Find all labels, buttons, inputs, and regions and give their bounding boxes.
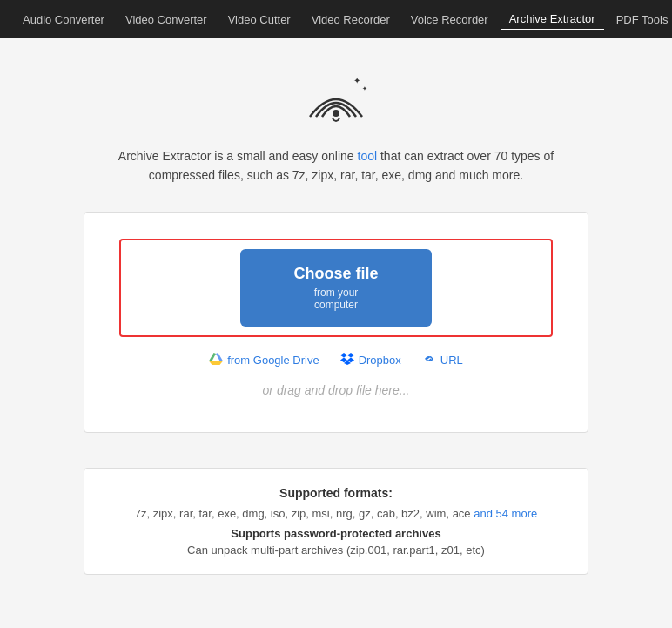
google-drive-icon	[209, 353, 223, 368]
google-drive-link[interactable]: from Google Drive	[209, 353, 319, 368]
svg-point-3	[333, 110, 339, 117]
google-drive-label: from Google Drive	[227, 354, 319, 367]
app-description: Archive Extractor is a small and easy on…	[110, 146, 562, 186]
nav-audio-converter[interactable]: Audio Converter	[14, 10, 113, 30]
dropbox-link[interactable]: Dropbox	[340, 353, 401, 368]
svg-text:·: ·	[349, 88, 351, 93]
formats-more-link[interactable]: and 54 more	[474, 507, 537, 520]
tool-link[interactable]: tool	[358, 149, 378, 163]
nav-pdf-tools[interactable]: PDF Tools	[608, 10, 672, 30]
formats-feature-1: Supports password-protected archives	[102, 527, 570, 540]
choose-file-container: Choose file from your computer	[119, 239, 553, 337]
formats-feature-2: Can unpack multi-part archives (zip.001,…	[102, 544, 570, 557]
url-icon	[422, 353, 436, 368]
nav-voice-recorder[interactable]: Voice Recorder	[402, 10, 497, 30]
source-links: from Google Drive Dropbox	[209, 353, 463, 368]
dropbox-label: Dropbox	[359, 354, 401, 367]
nav-video-cutter[interactable]: Video Cutter	[219, 10, 299, 30]
choose-file-button[interactable]: Choose file from your computer	[240, 249, 432, 327]
choose-file-main-label: Choose file	[293, 265, 378, 283]
drag-drop-text: or drag and drop file here...	[263, 383, 410, 397]
app-icon: ✦ ✦ ·	[301, 73, 371, 129]
main-content: ✦ ✦ · Archive Extractor is a small and e…	[0, 38, 672, 592]
svg-text:✦: ✦	[353, 76, 360, 85]
url-label: URL	[440, 354, 463, 367]
nav-archive-extractor[interactable]: Archive Extractor	[501, 9, 604, 30]
upload-box: Choose file from your computer from Goog…	[84, 212, 588, 433]
formats-list: 7z, zipx, rar, tar, exe, dmg, iso, zip, …	[102, 507, 570, 520]
navbar: Audio Converter Video Converter Video Cu…	[0, 0, 672, 38]
formats-section: Supported formats: 7z, zipx, rar, tar, e…	[84, 468, 588, 575]
url-link[interactable]: URL	[422, 353, 463, 368]
nav-video-recorder[interactable]: Video Recorder	[303, 10, 399, 30]
formats-title: Supported formats:	[102, 486, 570, 500]
nav-video-converter[interactable]: Video Converter	[117, 10, 216, 30]
dropbox-icon	[340, 353, 354, 368]
svg-text:✦: ✦	[362, 85, 367, 91]
choose-file-sub-label: from your computer	[292, 287, 380, 311]
